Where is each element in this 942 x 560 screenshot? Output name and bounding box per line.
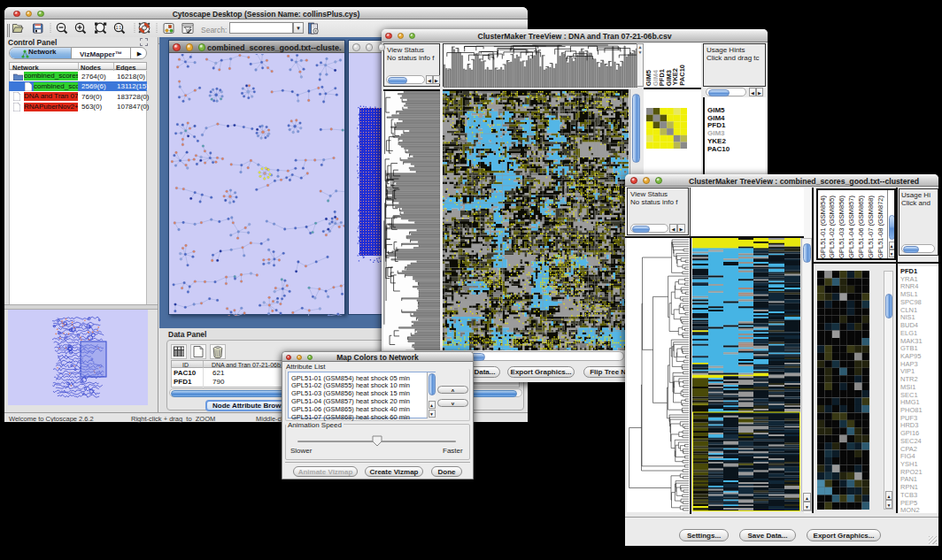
svg-text:1:1: 1:1 [116, 26, 122, 30]
